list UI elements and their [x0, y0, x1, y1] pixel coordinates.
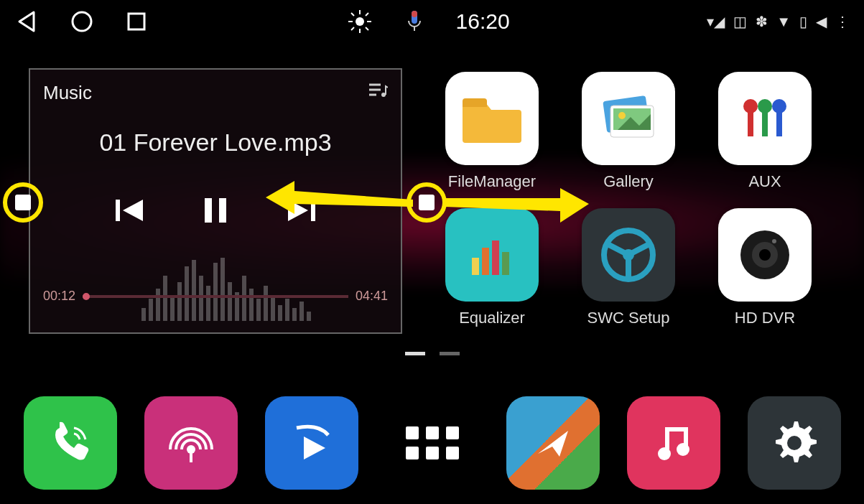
- svg-rect-54: [446, 447, 459, 459]
- steering-icon: [582, 208, 675, 302]
- svg-rect-21: [205, 198, 212, 223]
- signal-icon: ▾◢: [707, 13, 725, 30]
- page-dot-1[interactable]: [405, 352, 425, 355]
- svg-rect-22: [219, 198, 226, 223]
- svg-line-10: [366, 13, 368, 16]
- recent-button[interactable]: [124, 9, 149, 34]
- battery-icon: ▯: [799, 13, 807, 30]
- page-indicator: [0, 352, 864, 355]
- volume-icon: ◀: [816, 13, 827, 30]
- svg-point-3: [356, 17, 364, 26]
- progress-bar[interactable]: 00:12 04:41: [43, 289, 388, 304]
- svg-rect-49: [406, 426, 419, 439]
- svg-point-30: [743, 99, 758, 113]
- svg-rect-38: [492, 241, 499, 275]
- total-time: 04:41: [356, 289, 388, 304]
- svg-rect-37: [482, 248, 489, 275]
- svg-point-57: [677, 443, 689, 456]
- aux-icon: [718, 72, 812, 165]
- prev-track-button[interactable]: [108, 189, 151, 232]
- svg-rect-33: [762, 112, 768, 136]
- status-bar: 16:20 ▾◢ ◫ ✽ ▼ ▯ ◀ ⋮: [0, 0, 864, 43]
- annotation-marker-left: [3, 182, 43, 223]
- svg-point-1: [73, 12, 91, 31]
- app-hd-dvr[interactable]: HD DVR: [697, 208, 833, 345]
- annotation-marker-right: [407, 182, 447, 223]
- nav-app[interactable]: [506, 396, 600, 490]
- svg-rect-31: [748, 112, 753, 136]
- svg-marker-20: [123, 200, 143, 221]
- app-aux[interactable]: AUX: [697, 72, 833, 208]
- sim-icon: ◫: [733, 13, 747, 30]
- svg-marker-60: [445, 188, 589, 223]
- svg-marker-0: [19, 12, 34, 31]
- bluetooth-icon: ✽: [756, 13, 768, 30]
- svg-rect-13: [412, 11, 417, 17]
- radio-app[interactable]: [144, 396, 238, 490]
- svg-rect-52: [406, 447, 419, 459]
- app-label: SWC Setup: [587, 309, 670, 327]
- back-button[interactable]: [14, 9, 40, 34]
- svg-point-34: [772, 99, 786, 113]
- phone-app[interactable]: [24, 396, 117, 490]
- status-tray: ▾◢ ◫ ✽ ▼ ▯ ◀ ⋮: [707, 13, 850, 30]
- svg-marker-55: [538, 431, 568, 457]
- svg-rect-53: [426, 447, 439, 459]
- svg-point-32: [758, 99, 772, 113]
- track-title: 01 Forever Love.mp3: [43, 129, 388, 157]
- svg-line-11: [351, 27, 354, 30]
- more-icon: ⋮: [835, 13, 850, 30]
- clock: 16:20: [456, 9, 510, 34]
- svg-rect-36: [472, 258, 479, 275]
- app-label: HD DVR: [735, 309, 795, 327]
- page-dot-2[interactable]: [440, 352, 460, 355]
- svg-rect-35: [776, 112, 782, 136]
- svg-rect-50: [426, 426, 439, 439]
- svg-point-56: [658, 447, 671, 460]
- svg-rect-2: [129, 14, 144, 29]
- annotation-arrow-right: [445, 182, 589, 233]
- seek-bar[interactable]: [83, 295, 348, 298]
- svg-point-58: [787, 436, 802, 450]
- app-label: Gallery: [603, 172, 654, 191]
- settings-app[interactable]: [748, 396, 841, 490]
- svg-point-45: [772, 239, 776, 243]
- svg-line-8: [351, 13, 354, 16]
- home-button[interactable]: [69, 9, 95, 34]
- svg-point-28: [618, 112, 626, 119]
- svg-marker-48: [304, 437, 325, 459]
- elapsed-time: 00:12: [43, 289, 75, 304]
- svg-point-44: [759, 249, 771, 261]
- apps-drawer[interactable]: [386, 396, 479, 490]
- annotation-arrow-left: [266, 172, 417, 223]
- gallery-icon: [582, 72, 675, 165]
- music-app[interactable]: [627, 396, 720, 490]
- brightness-icon[interactable]: [347, 9, 373, 34]
- music-widget-title: Music: [43, 82, 92, 104]
- svg-line-9: [366, 27, 368, 30]
- mic-icon[interactable]: [401, 9, 427, 34]
- play-pause-button[interactable]: [194, 189, 237, 232]
- wifi-icon: ▼: [776, 14, 791, 30]
- app-label: Equalizer: [459, 309, 525, 327]
- dock: [0, 396, 864, 490]
- svg-rect-51: [446, 426, 459, 439]
- video-app[interactable]: [265, 396, 358, 490]
- app-label: AUX: [748, 172, 781, 191]
- svg-marker-59: [266, 181, 413, 214]
- svg-rect-39: [502, 252, 509, 275]
- folder-icon: [445, 72, 539, 165]
- playlist-icon[interactable]: [368, 82, 388, 103]
- svg-rect-19: [116, 200, 120, 221]
- camera-icon: [718, 208, 812, 302]
